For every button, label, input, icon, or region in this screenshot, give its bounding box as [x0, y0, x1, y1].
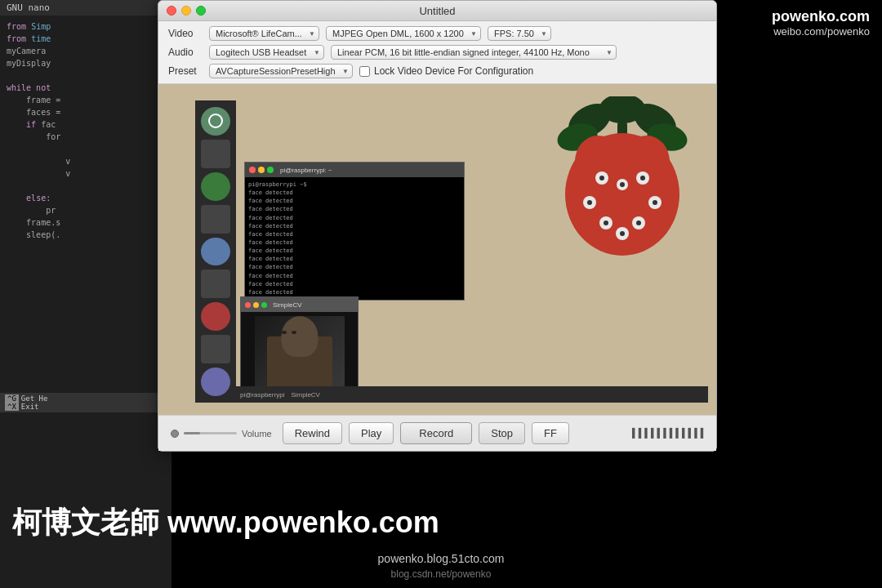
- audio-format-select[interactable]: Linear PCM, 16 bit little-endian signed …: [331, 45, 617, 60]
- title-bar: Untitled: [158, 1, 716, 21]
- close-button[interactable]: [167, 6, 176, 16]
- video-format-select[interactable]: MJPEG Open DML, 1600 x 1200: [326, 26, 481, 41]
- terminal-body: pi@raspberrypi ~$ face detected face det…: [245, 177, 464, 308]
- preset-label: Preset: [168, 65, 203, 77]
- watermark-sub1: powenko.blog.51cto.com: [0, 552, 882, 565]
- code-header: GNU nano: [0, 0, 172, 16]
- terminal-titlebar: pi@raspberrypi: ~: [245, 163, 464, 177]
- rewind-button[interactable]: Rewind: [283, 422, 342, 444]
- rpi-bottom-bar: pi@raspberrypi SimpleCV: [236, 386, 708, 403]
- volume-label: Volume: [242, 429, 272, 439]
- app-window: Untitled Video Microsoft® LifeCam... MJP…: [158, 0, 717, 452]
- rpi-icon-6: [201, 270, 230, 298]
- ff-button[interactable]: FF: [532, 422, 569, 444]
- audio-device-wrapper[interactable]: Logitech USB Headset: [209, 45, 324, 60]
- svg-point-17: [599, 176, 604, 180]
- fps-wrapper[interactable]: FPS: 7.50: [488, 26, 551, 41]
- video-format-wrapper[interactable]: MJPEG Open DML, 1600 x 1200: [326, 26, 481, 41]
- svg-point-21: [604, 220, 608, 225]
- preset-row: Preset AVCaptureSessionPresetHigh Lock V…: [168, 64, 706, 78]
- svg-point-19: [587, 200, 592, 205]
- video-device-wrapper[interactable]: Microsoft® LifeCam...: [209, 26, 319, 41]
- volume-knob[interactable]: [171, 430, 179, 438]
- website-bg: powenko.com weibo.com/powenko: [719, 0, 882, 46]
- audio-row: Audio Logitech USB Headset Linear PCM, 1…: [168, 45, 706, 60]
- svg-point-20: [653, 200, 657, 205]
- simplecv-titlebar: SimpleCV: [241, 297, 358, 312]
- svg-point-23: [620, 231, 625, 236]
- transport-bar: Volume Rewind Play Record Stop FF ▐▐▐▐▐▐…: [158, 415, 716, 451]
- traffic-lights: [167, 6, 206, 16]
- record-button[interactable]: Record: [400, 422, 472, 444]
- svg-point-18: [640, 176, 645, 180]
- svg-point-22: [636, 220, 641, 225]
- time-display: ▐▐▐▐▐▐▐▐▐▐▐▐: [576, 428, 704, 439]
- watermark-sub2-wrapper: blog.csdn.net/powenko: [0, 568, 882, 580]
- preset-select[interactable]: AVCaptureSessionPresetHigh: [209, 64, 353, 78]
- rpi-icon-8: [201, 335, 230, 363]
- watermark-sub: powenko.blog.51cto.com: [0, 552, 882, 565]
- watermark-sub2: blog.csdn.net/powenko: [0, 568, 882, 580]
- maximize-button[interactable]: [196, 6, 206, 16]
- controls-bar: Video Microsoft® LifeCam... MJPEG Open D…: [158, 21, 716, 84]
- lock-label[interactable]: Lock Video Device For Configuration: [374, 65, 533, 77]
- volume-track[interactable]: [184, 432, 237, 434]
- volume-fill: [184, 432, 200, 434]
- watermark: 柯博文老師 www.powenko.com: [0, 503, 449, 543]
- video-label: Video: [168, 28, 203, 39]
- rpi-taskbar: [195, 100, 236, 403]
- audio-device-select[interactable]: Logitech USB Headset: [209, 45, 324, 60]
- terminal-window: pi@raspberrypi: ~ pi@raspberrypi ~$ face…: [244, 162, 465, 301]
- simplecv-title: SimpleCV: [273, 301, 302, 309]
- simplecv-body: [241, 312, 358, 398]
- website-line2: weibo.com/powenko: [731, 25, 870, 38]
- video-area: pi@raspberrypi: ~ pi@raspberrypi ~$ face…: [158, 84, 716, 415]
- code-editor-bg: GNU nano from Simp from time myCamera my…: [0, 0, 172, 588]
- terminal-title: pi@raspberrypi: ~: [280, 167, 332, 174]
- svg-point-24: [620, 182, 625, 187]
- audio-label: Audio: [168, 47, 203, 58]
- watermark-main: 柯博文老師 www.powenko.com: [0, 503, 449, 543]
- play-button[interactable]: Play: [349, 422, 394, 444]
- rpi-icon-9: [201, 368, 230, 396]
- video-row: Video Microsoft® LifeCam... MJPEG Open D…: [168, 26, 706, 41]
- lock-checkbox[interactable]: [359, 66, 370, 77]
- face-display: [255, 316, 345, 394]
- rpi-icon-1: [201, 107, 230, 136]
- fps-select[interactable]: FPS: 7.50: [488, 26, 551, 41]
- rpi-logo: [541, 96, 704, 275]
- minimize-button[interactable]: [181, 6, 191, 16]
- rpi-icon-5: [201, 238, 230, 266]
- simplecv-window: SimpleCV: [240, 296, 359, 399]
- volume-area: Volume: [171, 429, 272, 439]
- rpi-icon-3: [201, 172, 230, 201]
- code-body: from Simp from time myCamera myDisplay w…: [0, 16, 172, 246]
- window-title: Untitled: [419, 5, 455, 17]
- rpi-icon-4: [201, 205, 230, 234]
- rpi-icon-2: [201, 140, 230, 168]
- preset-wrapper[interactable]: AVCaptureSessionPresetHigh: [209, 64, 353, 78]
- lock-checkbox-row: Lock Video Device For Configuration: [359, 65, 533, 77]
- website-line1: powenko.com: [731, 8, 870, 25]
- stop-button[interactable]: Stop: [479, 422, 525, 444]
- video-device-select[interactable]: Microsoft® LifeCam...: [209, 26, 319, 41]
- audio-format-wrapper[interactable]: Linear PCM, 16 bit little-endian signed …: [331, 45, 617, 60]
- video-feed: pi@raspberrypi: ~ pi@raspberrypi ~$ face…: [158, 84, 716, 415]
- rpi-bar-text2: SimpleCV: [291, 391, 320, 399]
- rpi-bar-text1: pi@raspberrypi: [240, 391, 284, 399]
- rpi-icon-7: [201, 302, 230, 331]
